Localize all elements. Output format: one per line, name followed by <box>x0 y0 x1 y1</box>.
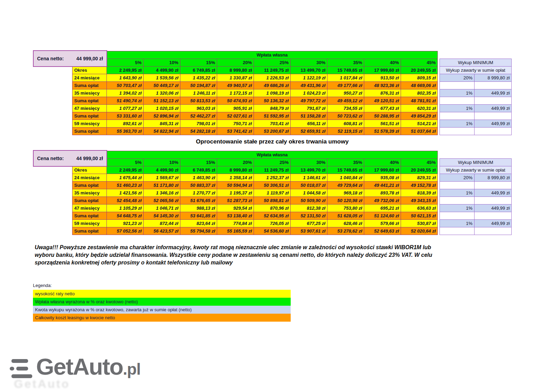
rata-cell: 1 017,84 zł <box>327 74 364 82</box>
rata-cell: 1 226,53 zł <box>254 74 291 82</box>
suma-cell: 52 634,95 zł <box>254 212 291 220</box>
corner-empty <box>440 51 512 59</box>
wykup-subheader: Wykup zawarty w sumie opłat <box>440 67 512 74</box>
suma-cell: 54 536,60 zł <box>254 227 291 235</box>
suma-cell: 49 729,64 zł <box>327 182 364 189</box>
watermark-ghost: GetAuto <box>14 377 70 391</box>
rata-cell: 969,18 zł <box>327 189 364 197</box>
wplata-amount-cell: 17 999,60 zł <box>364 166 401 174</box>
rata-cell: 1 435,22 zł <box>180 74 217 82</box>
suma-cell: 49 441,21 zł <box>364 182 401 189</box>
wykup-empty-cell <box>475 227 512 235</box>
suma-oplat-label: Suma opłat <box>72 212 107 220</box>
suma-oplat-label: Suma opłat <box>72 227 107 235</box>
suma-oplat-label: Suma opłat <box>72 112 107 120</box>
suma-cell: 53 741,42 zł <box>217 128 254 135</box>
suma-cell: 50 509,90 zł <box>291 197 327 204</box>
rata-cell: 845,31 zł <box>144 120 180 128</box>
suma-cell: 50 136,32 zł <box>254 97 291 105</box>
percent-header: 35% <box>327 159 364 166</box>
rata-cell: 774,84 zł <box>217 220 254 227</box>
rata-cell: 750,71 zł <box>217 120 254 128</box>
wplata-wlasna-header: Wpłata własna <box>107 151 438 159</box>
payment-table: Wpłata własna5%10%15%20%25%30%35%40%45%W… <box>72 51 512 135</box>
suma-cell: 49 732,06 zł <box>364 197 401 204</box>
cena-netto-label: Cena netto: <box>37 56 64 61</box>
rata-cell: 818,39 zł <box>401 189 438 197</box>
legend-title: Legenda: <box>33 281 291 290</box>
suma-cell: 50 703,47 zł <box>107 82 144 89</box>
suma-cell: 51 460,23 zł <box>107 182 144 189</box>
wykup-empty-cell <box>475 112 512 120</box>
suma-cell: 50 594,94 zł <box>217 182 254 189</box>
suma-oplat-label: Suma opłat <box>72 128 107 135</box>
wplata-amount-cell: 11 249,75 zł <box>254 166 291 174</box>
rata-cell: 893,78 zł <box>364 189 401 197</box>
percent-header: 5% <box>107 59 144 67</box>
rata-cell: 823,64 zł <box>180 220 217 227</box>
percent-header: 25% <box>254 59 291 67</box>
wykup-empty-cell <box>440 182 475 189</box>
rata-cell: 677,25 zł <box>291 220 327 227</box>
rata-cell: 1 195,37 zł <box>217 189 254 197</box>
rata-cell: 636,63 zł <box>401 204 438 212</box>
rata-cell: 695,21 zł <box>364 204 401 212</box>
wykup-empty-cell <box>475 82 512 89</box>
getauto-logo-icon <box>10 359 33 378</box>
wykup-empty-cell <box>440 112 475 120</box>
legend-item: Wpłata własna wyrażona w % oraz kwotowo … <box>33 298 291 306</box>
percent-header: 10% <box>144 59 180 67</box>
rata-cell: 753,80 zł <box>327 204 364 212</box>
rata-cell: 1 270,77 zł <box>180 189 217 197</box>
rata-cell: 1 020,15 zł <box>144 105 180 112</box>
wykup-empty-cell <box>475 212 512 220</box>
rata-cell: 802,35 zł <box>401 89 438 97</box>
cena-netto-value: 44 999,00 zł <box>76 156 103 161</box>
rata-cell: 1 421,56 zł <box>107 189 144 197</box>
rata-cell: 1 346,16 zł <box>144 189 180 197</box>
rata-cell: 913,50 zł <box>364 74 401 82</box>
corner-empty <box>440 151 512 159</box>
legend-item: Całkowity koszt leasingu w kwocie netto <box>33 314 291 322</box>
rata-cell: 1 046,71 zł <box>144 204 180 212</box>
disclaimer-line: wyboru banku, który będzie udzielał fina… <box>35 251 520 259</box>
rata-cell: 1 569,67 zł <box>144 174 180 182</box>
rata-cell: 791,67 zł <box>291 105 327 112</box>
wykup-empty-cell <box>440 128 475 135</box>
okres-row-label: 35 miesięcy <box>72 189 107 197</box>
suma-cell: 51 158,28 zł <box>291 112 327 120</box>
legend-items: wysokość raty nettoWpłata własna wyrażon… <box>33 290 291 322</box>
rata-cell: 1 358,14 zł <box>217 174 254 182</box>
suma-cell: 53 278,62 zł <box>327 227 364 235</box>
percent-header: 15% <box>180 159 217 166</box>
suma-cell: 51 124,60 zł <box>364 212 401 220</box>
suma-cell: 51 628,05 zł <box>327 212 364 220</box>
rata-cell: 870,96 zł <box>254 204 291 212</box>
suma-cell: 52 131,50 zł <box>291 212 327 220</box>
wplata-amount-cell: 13 499,70 zł <box>291 67 327 74</box>
wykup-amount-cell: 449,99 zł <box>475 220 512 227</box>
rata-cell: 1 044,58 zł <box>291 189 327 197</box>
suma-cell: 49 177,66 zł <box>327 82 364 89</box>
okres-label: Okres <box>72 166 107 174</box>
payment-table: Wpłata własna5%10%15%20%25%30%35%40%45%W… <box>72 151 512 235</box>
suma-cell: 52 462,27 zł <box>180 112 217 120</box>
percent-header: 15% <box>180 59 217 67</box>
wplata-wlasna-header: Wpłata własna <box>107 51 438 59</box>
suma-cell: 49 686,26 zł <box>254 82 291 89</box>
percent-header: 25% <box>254 159 291 166</box>
rata-cell: 848,79 zł <box>254 105 291 112</box>
rata-cell: 1 024,23 zł <box>291 89 327 97</box>
suma-oplat-label: Suma opłat <box>72 182 107 189</box>
suma-cell: 50 288,95 zł <box>364 112 401 120</box>
suma-cell: 51 171,80 zł <box>144 182 180 189</box>
wplata-amount-cell: 20 249,55 zł <box>401 67 438 74</box>
disclaimer-line: sporządzenia konkretnej oferty prosimy o… <box>35 259 520 267</box>
suma-oplat-label: Suma opłat <box>72 197 107 204</box>
wykup-amount-cell: 449,99 zł <box>475 189 512 197</box>
rata-cell: 1 098,19 zł <box>254 89 291 97</box>
suma-cell: 53 907,61 zł <box>291 227 327 235</box>
wykup-empty-cell <box>475 182 512 189</box>
wykup-empty-cell <box>440 82 475 89</box>
suma-cell: 48 669,06 zł <box>401 82 438 89</box>
